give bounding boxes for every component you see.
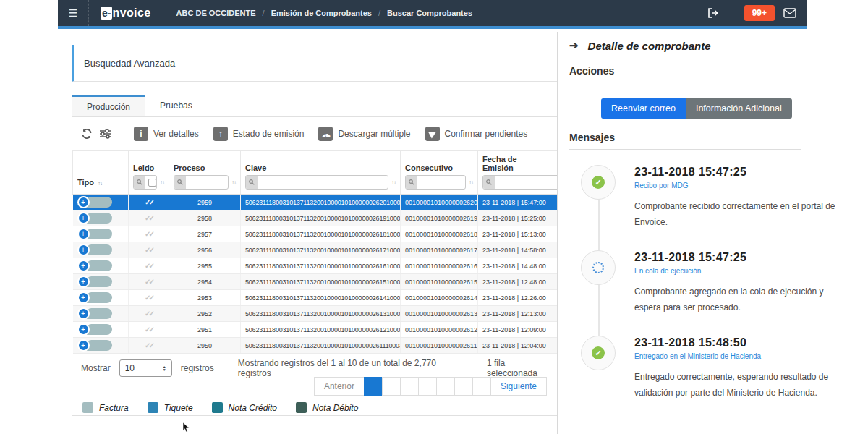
expand-row-icon[interactable]: + <box>77 276 90 288</box>
table-row[interactable]: + ✓✓ 2958 506231118003101371132001000010… <box>73 210 579 226</box>
expand-row-icon[interactable]: + <box>77 196 90 208</box>
pagination-next[interactable]: Siguiente <box>490 377 547 396</box>
menu-icon[interactable]: ☰ <box>58 7 88 19</box>
filter-consecutivo-input[interactable] <box>405 175 466 190</box>
filter-leido-input[interactable] <box>133 175 157 190</box>
expand-row-icon[interactable]: + <box>77 212 90 224</box>
cell-tipo: + <box>73 306 129 322</box>
pagination-page[interactable] <box>382 377 401 396</box>
sort-icon[interactable]: ↑↓ <box>231 179 236 186</box>
cell-consecutivo: 00100001010000002620 <box>401 195 478 210</box>
sort-icon[interactable]: ↑↓ <box>98 180 102 187</box>
actions-title: Acciones <box>569 65 614 77</box>
cell-tipo: + <box>73 226 129 242</box>
pagination-prev[interactable]: Anterior <box>314 377 365 396</box>
message-status-link[interactable]: Entregado en el Ministerio de Hacienda <box>634 352 841 360</box>
legend-label: Nota Débito <box>312 403 358 413</box>
cell-leido: ✓✓ <box>129 338 169 354</box>
content-left-border <box>64 32 64 434</box>
leido-filter-checkbox[interactable] <box>148 179 156 187</box>
pagination-page[interactable] <box>364 377 383 396</box>
toolbar-button[interactable]: Confirmar pendientes <box>424 127 529 141</box>
search-icon <box>406 176 417 189</box>
col-tipo[interactable]: Tipo↑↓ <box>73 151 129 195</box>
table-row[interactable]: + ✓✓ 2955 506231118003101371132001000010… <box>73 258 579 274</box>
status-circle: ✓ <box>581 165 616 200</box>
cell-clave: 5062311180031013711320010000101000000261… <box>241 242 401 258</box>
table-row[interactable]: + ✓✓ 2952 506231118003101371132001000010… <box>73 306 579 322</box>
cell-consecutivo: 00100001010000002613 <box>401 306 478 322</box>
pagination-page[interactable] <box>454 377 473 396</box>
cell-proceso: 2959 <box>169 195 241 210</box>
expand-row-icon[interactable]: + <box>77 292 90 304</box>
sort-icon[interactable]: ↑↓ <box>160 179 164 186</box>
cell-leido: ✓✓ <box>129 242 169 258</box>
table-row[interactable]: + ✓✓ 2957 506231118003101371132001000010… <box>73 226 579 242</box>
topbar-actions: 99+ <box>694 0 807 26</box>
tab-produccion[interactable]: Producción <box>72 95 145 116</box>
app-logo[interactable]: e- nvoice <box>88 0 163 26</box>
filter-proceso-input[interactable] <box>174 175 229 190</box>
table-row[interactable]: + ✓✓ 2956 506231118003101371132001000010… <box>73 242 579 258</box>
expand-row-icon[interactable]: + <box>77 244 90 256</box>
filter-clave-input[interactable] <box>245 175 388 190</box>
collapse-panel-icon[interactable]: ➔ <box>569 39 579 52</box>
expand-row-icon[interactable]: + <box>77 339 90 352</box>
mail-icon[interactable] <box>783 8 796 18</box>
toolbar-button-icon <box>134 127 148 141</box>
table-row[interactable]: + ✓✓ 2954 506231118003101371132001000010… <box>73 274 579 290</box>
sort-icon[interactable]: ↑↓ <box>469 179 473 186</box>
pagination-page[interactable] <box>436 377 455 396</box>
notification-badge[interactable]: 99+ <box>744 5 775 21</box>
legend-label: Tiquete <box>164 403 193 413</box>
read-check-icon: ✓✓ <box>145 230 153 238</box>
page-size-select[interactable]: 10 ▲▼ <box>119 359 172 377</box>
mostrar-label: Mostrar <box>81 363 111 373</box>
divider <box>569 82 801 82</box>
sort-icon[interactable]: ↑↓ <box>391 179 396 186</box>
pagination-page[interactable] <box>472 377 491 396</box>
message-status-link[interactable]: En cola de ejecución <box>634 267 841 275</box>
cell-clave: 5062311180031013711320010000101000000261… <box>241 322 401 338</box>
table-row[interactable]: + ✓✓ 2959 506231118003101371132001000010… <box>73 195 579 210</box>
expand-row-icon[interactable]: + <box>77 228 90 240</box>
toolbar-button[interactable]: Descargar múltiple <box>317 127 412 141</box>
table-row[interactable]: + ✓✓ 2953 506231118003101371132001000010… <box>73 290 579 306</box>
logout-icon[interactable] <box>707 7 719 19</box>
breadcrumb-company[interactable]: ABC DE OCCIDENTE <box>176 9 256 17</box>
legend-item: Factura <box>82 402 129 413</box>
tipo-factura-swatch <box>86 229 112 239</box>
breadcrumb: ABC DE OCCIDENTE / Emisión de Comprobant… <box>176 9 472 17</box>
message-status-link[interactable]: Recibo por MDG <box>634 182 841 190</box>
legend-label: Factura <box>99 403 129 413</box>
col-leido[interactable]: Leido ↑↓ <box>129 151 169 195</box>
col-consecutivo[interactable]: Consecutivo ↑↓ <box>401 151 478 195</box>
cell-tipo: + <box>73 210 129 226</box>
expand-row-icon[interactable]: + <box>77 323 90 336</box>
pagination-page[interactable] <box>400 377 419 396</box>
expand-row-icon[interactable]: + <box>77 307 90 320</box>
advanced-search-panel[interactable]: Busquedad Avanzada <box>72 45 557 82</box>
col-proceso[interactable]: Proceso ↑↓ <box>169 151 241 195</box>
cell-consecutivo: 00100001010000002612 <box>401 322 478 338</box>
breadcrumb-section[interactable]: Emisión de Comprobantes <box>271 9 372 17</box>
pagination-page[interactable] <box>418 377 437 396</box>
resend-email-button[interactable]: Reenviar correo <box>601 98 686 119</box>
toolbar-button[interactable]: Ver detalles <box>132 127 200 141</box>
toolbar-button[interactable]: Estado de emisión <box>212 127 306 141</box>
tab-pruebas[interactable]: Pruebas <box>145 95 207 116</box>
additional-info-button[interactable]: Información Adicional <box>686 98 792 119</box>
expand-row-icon[interactable]: + <box>77 260 90 272</box>
table-row[interactable]: + ✓✓ 2951 506231118003101371132001000010… <box>73 322 579 338</box>
cell-consecutivo: 00100001010000002619 <box>401 210 478 226</box>
breadcrumb-page[interactable]: Buscar Comprobantes <box>387 9 472 17</box>
filter-sliders-icon[interactable] <box>99 128 111 140</box>
refresh-icon[interactable] <box>81 128 93 140</box>
table-row[interactable]: + ✓✓ 2950 506231118003101371132001000010… <box>73 338 579 354</box>
legend-swatch <box>82 402 93 413</box>
message-item: ✓ 23-11-2018 15:48:50 Entregado en el Mi… <box>581 336 841 401</box>
filter-fecha-input[interactable] <box>482 175 567 190</box>
cell-clave: 5062311180031013711320010000101000000261… <box>241 258 401 274</box>
col-clave[interactable]: Clave ↑↓ <box>241 151 401 195</box>
message-item: ✓ 23-11-2018 15:47:25 Recibo por MDG Com… <box>581 165 841 230</box>
